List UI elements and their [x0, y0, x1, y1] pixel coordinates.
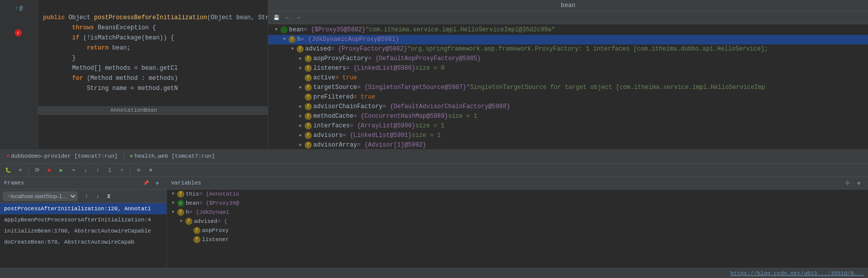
debug-var-row[interactable]: ▶fadvisorChainFactory = {DefaultAdvisorC…: [268, 102, 868, 112]
tree-expander[interactable]: ▶: [297, 112, 305, 121]
var-value: = {JdkDynami: [189, 208, 229, 217]
frames-list[interactable]: postProcessAfterInitialization:120, Anno…: [0, 203, 167, 268]
tree-expander[interactable]: ▼: [280, 35, 288, 44]
rerun-btn[interactable]: ⟳: [32, 165, 42, 175]
frames-up-btn[interactable]: ↑: [81, 191, 92, 201]
var-name: h: [186, 208, 189, 217]
vars-add-btn[interactable]: ➕: [842, 178, 852, 188]
at-icon: @: [19, 5, 23, 12]
eval-btn[interactable]: ≈: [117, 165, 127, 175]
var-type-icon: f: [305, 103, 312, 110]
var-name: aopProxy: [202, 226, 229, 235]
editor-title: AnnotationBean: [0, 106, 268, 115]
tree-expander[interactable]: ▼: [272, 25, 280, 35]
debug-var-row[interactable]: ▶faopProxyFactory = {DefaultAopProxyFact…: [268, 54, 868, 64]
tree-expander[interactable]: ▶: [297, 54, 305, 64]
tree-expander[interactable]: ▼: [288, 44, 297, 54]
debug-var-row[interactable]: ▼bean = {$Proxy35@5882} "com.itheima.ser…: [268, 25, 868, 35]
console-btn[interactable]: ⌨: [15, 165, 25, 175]
tree-expander[interactable]: ▶: [297, 64, 305, 73]
stop-btn[interactable]: ■: [44, 165, 54, 175]
var-name: interfaces: [313, 121, 350, 131]
return-type: Object: [68, 14, 90, 21]
frames-down-btn[interactable]: ↓: [93, 191, 103, 201]
run-to-cursor-btn[interactable]: ⤵: [105, 165, 115, 175]
bottom-content: Frames 📌 ⚙ ~localhost-startStop-1... ↑ ↓…: [0, 177, 868, 268]
tree-expander[interactable]: ▶: [297, 102, 305, 112]
debug-var-row[interactable]: ▶fadvisors = {LinkedList@5991} size = 1: [268, 131, 868, 141]
var-type-icon: f: [185, 218, 192, 225]
step-out-btn[interactable]: ↑: [93, 165, 103, 175]
tab-health-web[interactable]: ▶ health_web [tomcat7:run]: [127, 151, 219, 162]
step-over-btn[interactable]: ↷: [68, 165, 78, 175]
var-row[interactable]: flistener: [167, 235, 868, 244]
step-into-btn[interactable]: ↓: [80, 165, 91, 175]
frame-item[interactable]: initializeBean:1706, AbstractAutowireCap…: [0, 225, 167, 237]
var-row[interactable]: faopProxy: [167, 226, 868, 235]
var-value: = true: [353, 92, 375, 102]
settings-btn[interactable]: ⊞: [146, 165, 156, 175]
tree-expander[interactable]: ▶: [297, 121, 305, 131]
debug-var-row[interactable]: ▶fmethodCache = {ConcurrentHashMap@5989}…: [268, 112, 868, 121]
var-row[interactable]: ▼pbean = {$Proxy35@: [167, 199, 868, 208]
tree-expander[interactable]: ▶: [297, 83, 305, 92]
debugger-btn[interactable]: 🐛: [3, 165, 13, 175]
var-row[interactable]: ▼fadvised = {: [167, 217, 868, 226]
restore-layout-btn[interactable]: ⊟: [134, 165, 144, 175]
resume-btn[interactable]: ▶: [56, 165, 66, 175]
var-value: = {Annotatio: [199, 190, 239, 199]
tree-expander[interactable]: ▼: [169, 190, 177, 199]
vars-title: Variables: [171, 180, 201, 186]
save-debug-btn[interactable]: 💾: [272, 14, 280, 22]
var-row[interactable]: ▼fthis = {Annotatio: [167, 190, 868, 199]
toolbar-sep-2: [130, 166, 131, 174]
vars-content[interactable]: ▼fthis = {Annotatio▼pbean = {$Proxy35@▼f…: [167, 190, 868, 268]
debug-var-row[interactable]: fpreFiltered = true: [268, 92, 868, 102]
var-value: = true: [335, 73, 357, 83]
debug-panel-header: bean: [268, 0, 868, 12]
forward-debug-btn[interactable]: →: [295, 14, 303, 22]
frames-settings-btn[interactable]: ⚙: [152, 178, 162, 188]
debug-var-row[interactable]: ▼fadvised = {ProxyFactory@5982} "org.spr…: [268, 44, 868, 54]
tree-expander[interactable]: ▶: [297, 131, 305, 141]
var-name: listeners: [313, 64, 346, 73]
keyword-if: if: [72, 34, 79, 41]
tree-expander[interactable]: ▼: [177, 217, 185, 226]
breakpoint-icon[interactable]: [15, 29, 22, 36]
frames-pin-btn[interactable]: 📌: [141, 178, 151, 188]
close-brace-1: }: [72, 55, 76, 62]
frames-title: Frames: [4, 180, 24, 186]
for-expr: (Method method : methods): [83, 75, 178, 82]
debug-var-row[interactable]: ▶finterfaces = {ArrayList@5990} size = 1: [268, 121, 868, 131]
var-name: targetSource: [313, 83, 357, 92]
frame-item[interactable]: applyBeanPostProcessorsAfterInitializati…: [0, 214, 167, 225]
debug-var-row[interactable]: ▶fadvisorArray = {Advisor[1]@5992}: [268, 141, 868, 149]
var-value: = {SingletonTargetSource@5987}: [357, 83, 466, 92]
status-link[interactable]: https://blog.csdn.net/u013...:35510/8...: [730, 270, 864, 276]
var-type-icon: f: [288, 36, 296, 43]
frame-item[interactable]: doCreateBean:570, AbstractAutowireCapab: [0, 237, 167, 248]
var-name: aopProxyFactory: [313, 54, 368, 64]
debug-var-row[interactable]: factive = true: [268, 73, 868, 83]
var-row[interactable]: ▼fh = {JdkDynami: [167, 208, 868, 217]
debug-variables-content[interactable]: ▼bean = {$Proxy35@5882} "com.itheima.ser…: [268, 24, 868, 149]
var-value: = {$Proxy35@: [199, 199, 239, 208]
debug-var-row[interactable]: ▼fh = {JdkDynamicAopProxy@5981}: [268, 35, 868, 44]
var-value: = {$Proxy35@5882}: [304, 25, 365, 35]
back-debug-btn[interactable]: ←: [283, 14, 292, 22]
tree-expander[interactable]: ▼: [169, 208, 177, 217]
var-value-extra: "org.springframework.aop.framework.Proxy…: [407, 44, 768, 54]
tree-expander[interactable]: ▼: [169, 199, 177, 208]
var-value: = {DefaultAopProxyFactory@5985}: [368, 54, 481, 64]
var-value-extra: size = 1: [411, 131, 441, 141]
vars-settings-btn[interactable]: ⚙: [854, 178, 864, 188]
debug-var-row[interactable]: ▶flisteners = {LinkedList@5986} size = 0: [268, 64, 868, 73]
debug-var-row[interactable]: ▶ftargetSource = {SingletonTargetSource@…: [268, 83, 868, 92]
frame-item[interactable]: postProcessAfterInitialization:120, Anno…: [0, 203, 167, 214]
tree-expander[interactable]: ▶: [297, 141, 305, 149]
editor-filename: AnnotationBean: [110, 107, 157, 113]
tab-dubbodemo[interactable]: ● dubbodemo-provider [tomcat7:run]: [3, 151, 122, 162]
frames-filter-btn[interactable]: ⧗: [104, 191, 114, 201]
frames-nav-buttons: ↑ ↓ ⧗: [81, 191, 114, 201]
thread-select[interactable]: ~localhost-startStop-1...: [3, 192, 77, 201]
